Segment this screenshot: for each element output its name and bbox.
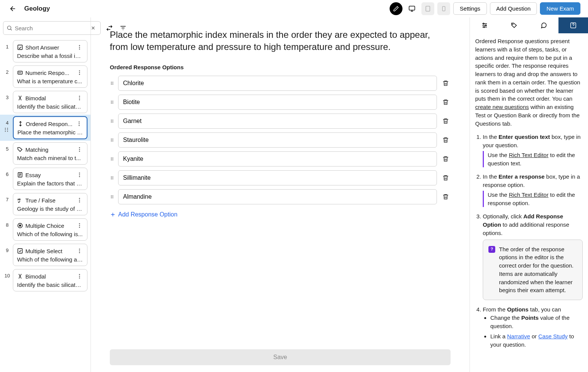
question-card[interactable]: Matching Match each mineral to t... [13,142,87,165]
svg-point-10 [79,72,80,73]
drag-handle-icon[interactable] [110,99,114,105]
tablet-icon [425,5,431,12]
add-question-button[interactable]: Add Question [490,2,537,15]
drag-handle-icon[interactable] [4,126,11,132]
question-card[interactable]: Ordered Respon... Place the metamorphic … [13,116,87,139]
svg-point-34 [79,201,80,202]
question-desc: Geology is the study of E... [17,205,83,212]
options-section-label: Ordered Response Options [110,64,451,70]
help-tabs [470,17,588,33]
help-content: Ordered Response questions present learn… [470,33,588,372]
response-option-input[interactable] [118,170,437,185]
svg-point-33 [79,200,80,201]
response-option-input[interactable] [118,95,437,110]
create-questions-link[interactable]: create new questions [475,104,529,110]
question-card[interactable]: Essay Explain the factors that c... [13,168,87,190]
delete-option-button[interactable] [441,154,451,164]
question-card[interactable]: Bimodal Identify the basic silicate... [13,269,87,291]
more-vertical-icon [76,121,82,127]
question-more-button[interactable] [76,146,83,153]
plus-icon [110,212,116,218]
question-card[interactable]: Multiple Choice Which of the following i… [13,218,87,241]
svg-point-47 [111,82,112,82]
more-vertical-icon [76,273,83,279]
delete-option-button[interactable] [441,97,451,107]
new-exam-button[interactable]: New Exam [540,2,580,15]
question-card[interactable]: Short Answer Describe what a fossil is .… [13,40,87,62]
response-option-input[interactable] [118,76,437,91]
question-more-button[interactable] [76,247,83,255]
svg-point-51 [112,83,113,84]
question-type-label: Matching [25,146,48,153]
response-option-row [110,76,451,91]
question-more-button[interactable] [76,272,83,280]
question-more-button[interactable] [76,44,83,51]
question-card[interactable]: Bimodal Identify the basic silicate... [13,91,87,113]
sliders-icon [481,22,488,29]
question-number: 7 [4,193,11,202]
desktop-view-button[interactable] [406,2,418,15]
back-button[interactable] [8,3,18,14]
search-input[interactable] [15,25,87,31]
tab-settings[interactable] [470,17,499,33]
question-more-button[interactable] [76,94,83,102]
tab-tags[interactable] [499,17,529,33]
mobile-view-button[interactable] [437,2,450,15]
question-more-button[interactable] [76,222,83,229]
case-study-link[interactable]: Case Study [538,333,568,339]
mobile-icon [441,5,446,12]
narrative-link[interactable]: Narrative [507,333,530,339]
svg-point-76 [112,160,113,160]
drag-handle-icon[interactable] [110,80,114,86]
note-text: The order of the response options in the… [499,245,577,295]
delete-option-button[interactable] [441,78,451,88]
question-card[interactable]: Numeric Respo... What is a temperature c… [13,65,87,88]
add-option-label: Add Response Option [118,211,178,218]
trash-icon [442,99,449,106]
settings-button[interactable]: Settings [453,2,487,15]
rich-text-editor-link-2[interactable]: Rich Text Editor [509,191,549,198]
edit-mode-button[interactable] [390,2,402,15]
response-option-input[interactable] [118,189,437,204]
delete-option-button[interactable] [441,116,451,126]
svg-point-13 [79,98,80,99]
question-card[interactable]: Multiple Select Which of the following a… [13,244,87,266]
question-card[interactable]: AB True / False Geology is the study of … [13,193,87,215]
svg-point-78 [111,177,112,178]
svg-point-91 [484,26,485,28]
delete-option-button[interactable] [441,173,451,183]
question-more-button[interactable] [76,69,83,76]
drag-handle-icon[interactable] [110,156,114,162]
more-vertical-icon [76,197,83,203]
drag-handle-icon[interactable] [110,137,114,143]
svg-point-25 [79,149,80,150]
svg-point-52 [112,84,113,85]
delete-option-button[interactable] [441,192,451,202]
tablet-view-button[interactable] [421,2,434,15]
drag-handle-icon[interactable] [110,194,114,200]
svg-rect-40 [18,249,22,253]
question-more-button[interactable] [76,171,83,179]
svg-point-41 [79,249,80,250]
more-vertical-icon [76,248,83,254]
drag-handle-icon[interactable] [110,118,114,124]
svg-point-30 [79,176,80,177]
response-option-input[interactable] [118,151,437,167]
rich-text-editor-link[interactable]: Rich Text Editor [509,152,549,158]
tab-comments[interactable] [529,17,558,33]
response-option-input[interactable] [118,132,437,148]
delete-option-button[interactable] [441,135,451,145]
arrow-left-icon [9,5,17,12]
drag-handle-icon[interactable] [110,175,114,181]
more-vertical-icon [76,44,83,50]
add-response-option-button[interactable]: Add Response Option [110,211,178,218]
question-more-button[interactable] [76,196,83,204]
svg-point-48 [111,83,112,84]
tab-help[interactable] [558,17,588,33]
trash-icon [442,118,449,125]
question-row: 5 Matching Match each mineral to t... [0,141,90,166]
save-button[interactable]: Save [110,349,451,365]
question-more-button[interactable] [75,120,83,128]
response-option-input[interactable] [118,114,437,129]
monitor-icon [409,5,415,12]
